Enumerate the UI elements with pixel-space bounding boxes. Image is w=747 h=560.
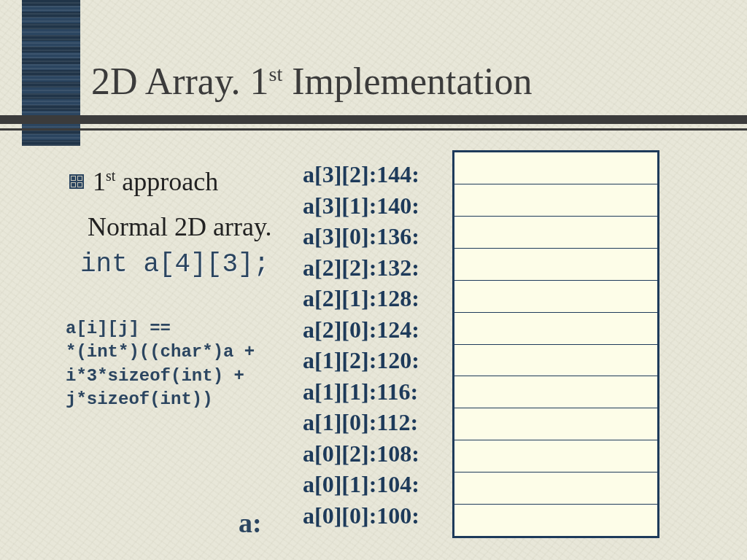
array-label: a: <box>239 507 262 539</box>
memory-cell <box>454 376 657 408</box>
address-row: a[1][1]:116: <box>303 376 419 408</box>
address-row: a[0][0]:100: <box>303 500 419 532</box>
slide-title: 2D Array. 1st Implementation <box>91 60 533 103</box>
memory-cell <box>454 248 657 280</box>
address-row: a[2][2]:132: <box>303 252 419 284</box>
bullet-item: 1st approach <box>69 166 218 197</box>
memory-layout <box>452 150 659 538</box>
memory-cell <box>454 184 657 216</box>
address-row: a[1][2]:120: <box>303 345 419 376</box>
memory-cell <box>454 472 657 504</box>
memory-cell <box>454 408 657 440</box>
title-rule-thick <box>0 115 747 124</box>
memory-cell <box>454 312 657 344</box>
title-rule-thin <box>0 128 747 131</box>
memory-cell <box>454 280 657 312</box>
subline-text: Normal 2D array. <box>88 211 272 242</box>
address-row: a[3][0]:136: <box>303 221 419 252</box>
memory-cell <box>454 216 657 248</box>
bullet-text: 1st approach <box>93 166 218 197</box>
memory-cell <box>454 344 657 376</box>
slide-decoration <box>22 0 80 146</box>
address-row: a[3][2]:144: <box>303 159 419 190</box>
title-sup: st <box>269 63 283 85</box>
title-suffix: Implementation <box>282 61 532 102</box>
memory-cell <box>454 152 657 184</box>
address-row: a[1][0]:112: <box>303 407 419 438</box>
address-row: a[3][1]:140: <box>303 190 419 222</box>
memory-cell <box>454 504 657 536</box>
address-row: a[0][2]:108: <box>303 438 419 470</box>
address-row: a[2][1]:128: <box>303 283 419 314</box>
bullet-icon <box>69 174 84 189</box>
code-expression: a[i][j] == *(int*)((char*)a + i*3*sizeof… <box>66 317 255 412</box>
memory-cell <box>454 440 657 472</box>
title-prefix: 2D Array. 1 <box>91 61 269 102</box>
address-column: a[3][2]:144:a[3][1]:140:a[3][0]:136:a[2]… <box>303 159 419 532</box>
code-declaration: int a[4][3]; <box>80 249 269 279</box>
address-row: a[2][0]:124: <box>303 314 419 346</box>
address-row: a[0][1]:104: <box>303 469 419 500</box>
